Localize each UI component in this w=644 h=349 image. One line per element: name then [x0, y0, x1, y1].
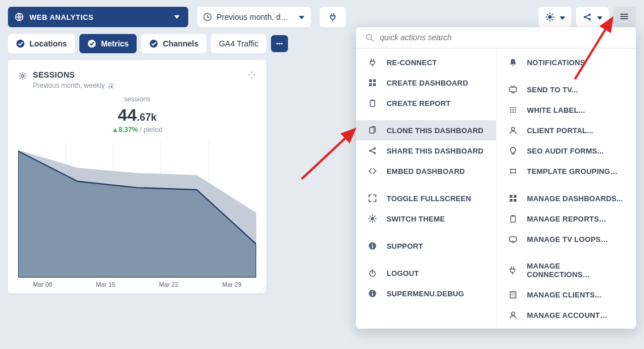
menu-item-seo-audit-forms[interactable]: SEO AUDIT FORMS... — [497, 141, 637, 161]
tab-more-button[interactable] — [271, 35, 288, 52]
theme-dropdown-button[interactable] — [539, 7, 571, 27]
menu-item-label: MANAGE CONNECTIONS… — [527, 262, 625, 279]
globe-icon — [15, 12, 24, 22]
check-icon — [149, 39, 158, 48]
main-menu-button[interactable] — [613, 7, 636, 27]
menu-item-white-label[interactable]: WHITE LABEL... — [497, 100, 637, 120]
stat-value: 44.67k — [8, 105, 266, 125]
menu-item-embed-dashboard[interactable]: EMBED DASHBOARD — [356, 161, 496, 181]
menu-item-re-connect[interactable]: RE-CONNECT — [356, 52, 496, 73]
template-icon — [509, 167, 518, 176]
menu-item-notifications[interactable]: NOTIFICATIONS — [497, 52, 637, 73]
clipboard-icon — [368, 99, 377, 108]
user-icon — [509, 310, 518, 320]
menu-item-support[interactable]: SUPPORT — [356, 236, 496, 256]
tab-metrics[interactable]: Metrics — [79, 34, 137, 53]
menu-item-manage-dashboards[interactable]: MANAGE DASHBOARDS... — [497, 188, 637, 208]
x-tick: Mar 08 — [33, 281, 52, 288]
bell-icon — [509, 58, 518, 67]
grid-icon — [509, 194, 518, 203]
menu-item-label: EMBED DASHBOARD — [387, 167, 465, 176]
menu-item-label: SHARE THIS DASHBOARD — [387, 147, 484, 155]
menu-item-logout[interactable]: LOGOUT — [356, 263, 496, 283]
supermenu-left-column: RE-CONNECTCREATE DASHBOARDCREATE REPORTC… — [356, 49, 496, 329]
date-range-selector[interactable]: Previous month, da… — [197, 7, 311, 27]
menu-item-label: NOTIFICATIONS — [527, 58, 586, 67]
tab-channels[interactable]: Channels — [141, 34, 206, 53]
menu-item-label: TEMPLATE GROUPING… — [527, 167, 618, 176]
check-icon — [87, 39, 96, 48]
menu-item-label: CREATE REPORT — [387, 99, 451, 108]
date-range-label: Previous month, da… — [217, 12, 293, 22]
menu-item-label: MANAGE ACCOUNT… — [527, 311, 608, 320]
menu-item-label: SWITCH THEME — [387, 215, 445, 223]
power-icon — [368, 269, 377, 278]
menu-item-share-this-dashboard[interactable]: SHARE THIS DASHBOARD — [356, 141, 496, 161]
check-icon — [16, 39, 25, 48]
code-icon — [368, 167, 377, 176]
menu-item-label: MANAGE DASHBOARDS... — [527, 194, 623, 203]
annotation-arrow — [296, 122, 364, 185]
menu-item-label: RE-CONNECT — [387, 58, 437, 67]
resize-handle-icon[interactable] — [257, 284, 266, 293]
tab-label: Metrics — [101, 39, 129, 48]
menu-item-send-to-tv[interactable]: SEND TO TV... — [497, 79, 637, 100]
theme-icon — [368, 214, 377, 223]
menu-item-supermenu-debug[interactable]: SUPERMENU.DEBUG — [356, 283, 496, 304]
menu-item-label: CLIENT PORTAL... — [527, 126, 594, 135]
move-icon[interactable] — [247, 70, 256, 79]
plug-icon — [508, 266, 517, 275]
search-icon — [365, 33, 374, 42]
menu-item-manage-clients[interactable]: MANAGE CLIENTS... — [497, 284, 637, 305]
plug-icon — [328, 12, 337, 22]
caret-down-icon — [595, 14, 602, 20]
share-dropdown-button[interactable] — [576, 7, 609, 27]
dashboard-selector[interactable]: WEB ANALYTICS — [8, 7, 188, 27]
menu-item-label: LOGOUT — [387, 269, 419, 278]
dashboard-title: WEB ANALYTICS — [29, 13, 94, 22]
supermenu-panel: RE-CONNECTCREATE DASHBOARDCREATE REPORTC… — [356, 27, 636, 329]
share-icon — [583, 12, 592, 22]
menu-item-manage-account[interactable]: MANAGE ACCOUNT… — [497, 305, 637, 325]
tab-ga4-traffic[interactable]: GA4 Traffic — [211, 34, 266, 53]
menu-item-manage-connections[interactable]: MANAGE CONNECTIONS… — [497, 256, 637, 284]
dots-grid-icon — [509, 105, 518, 114]
menu-item-label: MANAGE TV LOOPS… — [527, 235, 608, 244]
plug-icon — [368, 58, 377, 67]
stat-label: sessions — [8, 95, 266, 103]
caret-down-icon — [558, 14, 565, 20]
menu-item-manage-tv-loops[interactable]: MANAGE TV LOOPS… — [497, 229, 637, 249]
user-icon — [509, 126, 518, 135]
menu-item-toggle-fullscreen[interactable]: TOGGLE FULLSCREEN — [356, 188, 496, 208]
chart-x-axis: Mar 08 Mar 15 Mar 22 Mar 29 — [8, 278, 266, 288]
menu-item-create-dashboard[interactable]: CREATE DASHBOARD — [356, 73, 496, 93]
svg-line-49 — [302, 129, 355, 179]
clipboard-icon — [509, 214, 518, 223]
menu-item-label: MANAGE CLIENTS... — [527, 291, 601, 299]
menu-item-label: SEND TO TV... — [527, 86, 578, 94]
menu-icon — [620, 12, 630, 22]
x-tick: Mar 15 — [96, 281, 115, 288]
menu-item-client-portal[interactable]: CLIENT PORTAL... — [497, 120, 637, 141]
grid-icon — [368, 78, 377, 87]
info-icon — [368, 289, 377, 298]
stat-delta: ▲8.37% / period — [8, 126, 266, 134]
fullscreen-icon — [368, 194, 377, 203]
share-icon — [368, 146, 377, 155]
connection-button[interactable] — [320, 7, 346, 27]
tab-label: Channels — [163, 39, 198, 48]
quick-actions-search-input[interactable] — [380, 33, 627, 42]
tab-label: Locations — [29, 39, 67, 48]
menu-item-clone-this-dashboard[interactable]: CLONE THIS DASHBOARD — [356, 120, 496, 141]
menu-item-manage-reports[interactable]: MANAGE REPORTS… — [497, 208, 637, 229]
menu-item-label: WHITE LABEL... — [527, 106, 585, 114]
menu-item-template-grouping[interactable]: TEMPLATE GROUPING… — [497, 161, 637, 181]
menu-item-create-report[interactable]: CREATE REPORT — [356, 93, 496, 113]
menu-item-label: SUPERMENU.DEBUG — [387, 290, 464, 298]
gear-icon[interactable] — [18, 71, 27, 80]
supermenu-right-column: NOTIFICATIONSSEND TO TV...WHITE LABEL...… — [496, 49, 637, 329]
info-icon — [368, 241, 377, 250]
menu-item-switch-theme[interactable]: SWITCH THEME — [356, 208, 496, 229]
tab-locations[interactable]: Locations — [8, 34, 75, 53]
target-icon — [107, 82, 114, 89]
